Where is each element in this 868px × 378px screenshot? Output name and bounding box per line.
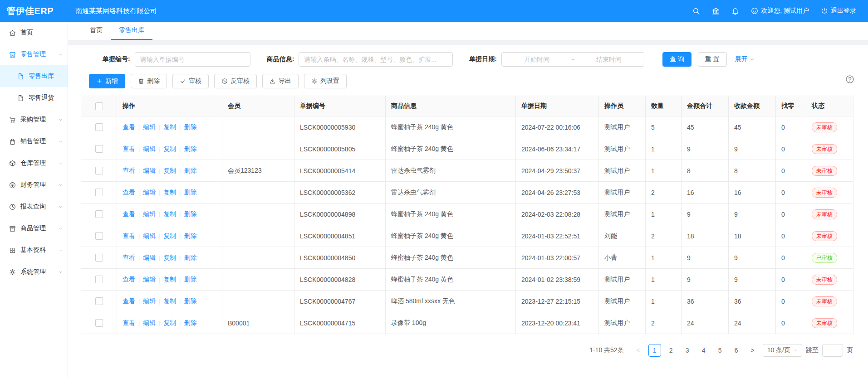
sidebar-item-retail[interactable]: 零售管理 <box>0 44 68 65</box>
cart-icon <box>9 116 16 123</box>
view-link[interactable]: 查看 <box>123 297 135 305</box>
edit-link[interactable]: 编辑 <box>143 276 156 283</box>
search-icon[interactable] <box>692 7 700 15</box>
copy-link[interactable]: 复制 <box>163 254 176 261</box>
help-icon[interactable] <box>845 75 854 84</box>
sidebar-item-reports[interactable]: 报表查询 <box>0 196 68 218</box>
reset-button[interactable]: 重 置 <box>698 52 727 67</box>
qty-cell: 1 <box>646 204 682 225</box>
column-settings-button[interactable]: 列设置 <box>304 74 347 88</box>
expand-link[interactable]: 展开 <box>735 55 755 63</box>
logout-button[interactable]: 退出登录 <box>821 7 856 15</box>
row-checkbox[interactable] <box>95 232 103 240</box>
copy-link[interactable]: 复制 <box>163 232 176 239</box>
row-checkbox[interactable] <box>95 210 103 218</box>
edit-link[interactable]: 编辑 <box>143 297 156 305</box>
copy-link[interactable]: 复制 <box>163 210 176 218</box>
date-range-picker[interactable]: ~ <box>501 52 644 67</box>
jump-input[interactable] <box>822 344 843 357</box>
delete-link[interactable]: 删除 <box>184 254 196 261</box>
welcome-text: 欢迎您, 测试用户 <box>761 7 809 15</box>
row-checkbox[interactable] <box>95 189 103 196</box>
product-input[interactable] <box>299 52 453 67</box>
export-button[interactable]: 导出 <box>262 74 299 88</box>
delete-link[interactable]: 删除 <box>184 210 196 218</box>
page-3-button[interactable]: 3 <box>681 344 694 357</box>
copy-link[interactable]: 复制 <box>163 145 176 152</box>
delete-link[interactable]: 删除 <box>184 232 196 239</box>
sidebar-item-sales[interactable]: 销售管理 <box>0 131 68 152</box>
edit-link[interactable]: 编辑 <box>143 167 156 174</box>
view-link[interactable]: 查看 <box>123 189 135 196</box>
search-button[interactable]: 查 询 <box>662 52 691 67</box>
view-link[interactable]: 查看 <box>123 145 135 152</box>
sidebar-item-basic-data[interactable]: 基本资料 <box>0 239 68 261</box>
unaudit-button[interactable]: 反审核 <box>214 74 257 88</box>
bank-icon[interactable] <box>712 7 720 15</box>
sidebar-item-retail-return[interactable]: 零售退货 <box>0 87 68 109</box>
view-link[interactable]: 查看 <box>123 232 135 239</box>
view-link[interactable]: 查看 <box>123 319 135 326</box>
delete-link[interactable]: 删除 <box>184 167 196 174</box>
welcome-user[interactable]: 欢迎您, 测试用户 <box>751 7 809 15</box>
date-start-input[interactable] <box>505 55 568 63</box>
delete-link[interactable]: 删除 <box>184 276 196 283</box>
view-link[interactable]: 查看 <box>123 167 135 174</box>
page-size-select[interactable]: 10 条/页 <box>763 344 802 357</box>
delete-link[interactable]: 删除 <box>184 297 196 305</box>
page-2-button[interactable]: 2 <box>665 344 677 357</box>
delete-link[interactable]: 删除 <box>184 145 196 152</box>
sidebar-item-purchase[interactable]: 采购管理 <box>0 109 68 131</box>
add-button[interactable]: 新增 <box>89 74 125 88</box>
delete-link[interactable]: 删除 <box>184 123 196 131</box>
row-checkbox[interactable] <box>95 319 103 327</box>
date-end-input[interactable] <box>578 55 640 63</box>
delete-link[interactable]: 删除 <box>184 319 196 326</box>
edit-link[interactable]: 编辑 <box>143 319 156 326</box>
page-5-button[interactable]: 5 <box>714 344 726 357</box>
copy-link[interactable]: 复制 <box>163 276 176 283</box>
download-icon <box>270 78 276 84</box>
copy-link[interactable]: 复制 <box>163 123 176 131</box>
delete-button[interactable]: 删除 <box>131 74 167 88</box>
row-checkbox[interactable] <box>95 297 103 305</box>
edit-link[interactable]: 编辑 <box>143 189 156 196</box>
row-checkbox[interactable] <box>95 167 103 174</box>
edit-link[interactable]: 编辑 <box>143 232 156 239</box>
row-checkbox[interactable] <box>95 276 103 283</box>
sidebar-item-home[interactable]: 首页 <box>0 22 68 44</box>
delete-link[interactable]: 删除 <box>184 189 196 196</box>
operator-cell: 测试用户 <box>599 291 646 312</box>
tab-retail-outbound[interactable]: 零售出库 <box>111 22 152 40</box>
audit-button[interactable]: 审核 <box>172 74 209 88</box>
sidebar-item-finance[interactable]: 财务管理 <box>0 174 68 196</box>
next-page-button[interactable]: > <box>746 344 759 357</box>
view-link[interactable]: 查看 <box>123 254 135 261</box>
edit-link[interactable]: 编辑 <box>143 123 156 131</box>
tab-home[interactable]: 首页 <box>82 22 111 40</box>
view-link[interactable]: 查看 <box>123 276 135 283</box>
edit-link[interactable]: 编辑 <box>143 254 156 261</box>
sidebar-item-goods[interactable]: 商品管理 <box>0 218 68 239</box>
copy-link[interactable]: 复制 <box>163 167 176 174</box>
page-1-button[interactable]: 1 <box>648 344 661 357</box>
copy-link[interactable]: 复制 <box>163 319 176 326</box>
select-all-checkbox[interactable] <box>95 102 103 110</box>
page-6-button[interactable]: 6 <box>730 344 743 357</box>
view-link[interactable]: 查看 <box>123 123 135 131</box>
copy-link[interactable]: 复制 <box>163 297 176 305</box>
view-link[interactable]: 查看 <box>123 210 135 218</box>
sidebar-item-system[interactable]: 系统管理 <box>0 261 68 283</box>
bill-no-input[interactable] <box>135 52 250 67</box>
row-checkbox[interactable] <box>95 254 103 262</box>
sidebar-item-warehouse[interactable]: 仓库管理 <box>0 152 68 174</box>
row-checkbox[interactable] <box>95 145 103 153</box>
bell-icon[interactable] <box>731 7 739 15</box>
edit-link[interactable]: 编辑 <box>143 210 156 218</box>
prev-page-button[interactable]: < <box>632 344 645 357</box>
page-4-button[interactable]: 4 <box>697 344 710 357</box>
copy-link[interactable]: 复制 <box>163 189 176 196</box>
row-checkbox[interactable] <box>95 123 103 131</box>
sidebar-item-retail-outbound[interactable]: 零售出库 <box>0 65 68 87</box>
edit-link[interactable]: 编辑 <box>143 145 156 152</box>
